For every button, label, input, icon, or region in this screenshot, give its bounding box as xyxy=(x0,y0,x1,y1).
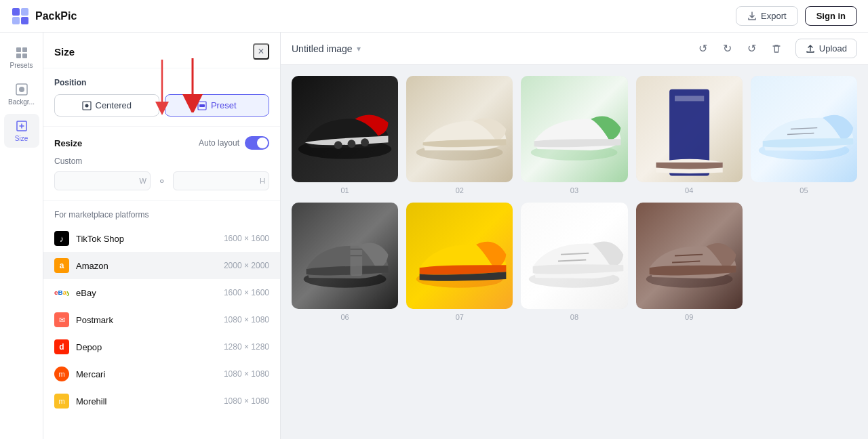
link-icon: ⚬ xyxy=(156,171,167,190)
size-panel: Size × Position Centered xyxy=(43,33,281,439)
arrow-annotation xyxy=(149,60,176,123)
marketplace-item-tiktok[interactable]: ♪ TikTok Shop 1600 × 1600 xyxy=(43,225,280,252)
resize-row: Resize Auto layout xyxy=(54,136,269,150)
size-icon xyxy=(15,119,28,133)
image-box-06[interactable] xyxy=(292,203,398,309)
auto-layout-toggle[interactable] xyxy=(245,136,269,150)
preset-icon xyxy=(197,101,207,110)
image-box-08[interactable] xyxy=(521,203,627,309)
undo-button[interactable]: ↺ xyxy=(692,38,714,60)
image-card-02: 02 xyxy=(406,76,513,194)
svg-rect-4 xyxy=(16,47,21,52)
marketplace-item-ebay[interactable]: eBay eBay 1600 × 1600 xyxy=(43,279,280,306)
mercari-size: 1080 × 1080 xyxy=(224,369,269,379)
preset-button[interactable]: Preset xyxy=(165,94,270,117)
mercari-name: Mercari xyxy=(76,369,224,379)
width-unit: W xyxy=(140,177,146,185)
icon-sidebar: Presets Backgr... Size xyxy=(0,33,43,439)
svg-rect-6 xyxy=(16,54,21,58)
content-area: Untitled image ▾ ↺ ↻ ↺ Upload xyxy=(281,33,868,439)
image-label-01: 01 xyxy=(340,186,349,194)
ebay-icon: eBay xyxy=(54,285,69,300)
image-box-09[interactable] xyxy=(636,203,743,309)
presets-label: Presets xyxy=(10,62,33,69)
marketplace-item-postmark[interactable]: ✉ Postmark 1080 × 1080 xyxy=(43,306,280,333)
image-box-03[interactable] xyxy=(521,76,627,182)
depop-size: 1280 × 1280 xyxy=(224,342,269,352)
image-box-01[interactable] xyxy=(292,76,398,182)
image-box-07[interactable] xyxy=(406,203,513,309)
shoe-svg-07 xyxy=(406,203,513,309)
shoe-svg-05 xyxy=(751,76,857,182)
image-box-05[interactable] xyxy=(751,76,857,182)
tiktok-icon: ♪ xyxy=(54,231,69,246)
svg-rect-3 xyxy=(21,17,28,24)
export-button[interactable]: Export xyxy=(736,6,798,26)
background-icon xyxy=(15,83,28,96)
mercari-icon: m xyxy=(54,367,69,381)
shoe-svg-03 xyxy=(521,76,627,182)
image-label-06: 06 xyxy=(340,313,349,321)
marketplace-item-mercari[interactable]: m Mercari 1080 × 1080 xyxy=(43,360,280,388)
trash-icon xyxy=(771,43,782,54)
refresh-button[interactable]: ↺ xyxy=(741,38,763,60)
postmark-name: Postmark xyxy=(76,315,224,325)
shoe-img-09 xyxy=(636,203,743,309)
shoe-svg-02 xyxy=(406,76,513,182)
shoe-svg-04 xyxy=(636,76,743,182)
image-grid: 01 02 xyxy=(281,65,868,439)
image-label-02: 02 xyxy=(456,186,464,194)
shoe-svg-08 xyxy=(521,203,627,309)
more-name: Morehill xyxy=(76,396,224,406)
upload-icon xyxy=(806,44,815,54)
width-input[interactable] xyxy=(54,171,151,190)
marketplace-item-more[interactable]: m Morehill 1080 × 1080 xyxy=(43,388,280,415)
presets-icon xyxy=(15,46,28,60)
amazon-icon: a xyxy=(54,258,69,273)
shoe-img-02 xyxy=(406,76,513,182)
sidebar-item-size[interactable]: Size xyxy=(4,114,39,148)
svg-rect-1 xyxy=(21,8,28,16)
auto-layout-text: Auto layout xyxy=(199,138,239,148)
image-card-04: 04 xyxy=(636,76,743,194)
tiktok-size: 1600 × 1600 xyxy=(224,234,269,243)
height-unit: H xyxy=(260,177,265,185)
image-box-04[interactable] xyxy=(636,76,743,182)
sidebar-item-background[interactable]: Backgr... xyxy=(4,77,39,111)
upload-button[interactable]: Upload xyxy=(795,39,857,58)
image-box-02[interactable] xyxy=(406,76,513,182)
image-card-09: 09 xyxy=(636,203,743,321)
height-input[interactable] xyxy=(173,171,269,190)
image-card-03: 03 xyxy=(521,76,627,194)
size-label: Size xyxy=(15,135,28,142)
close-button[interactable]: × xyxy=(253,43,269,60)
amazon-name: Amazon xyxy=(76,261,224,271)
shoe-img-06 xyxy=(292,203,398,309)
shoe-svg-01 xyxy=(292,76,398,182)
postmark-size: 1080 × 1080 xyxy=(224,315,269,325)
svg-rect-7 xyxy=(22,54,27,58)
sidebar-item-presets[interactable]: Presets xyxy=(4,41,39,75)
svg-point-14 xyxy=(85,104,88,107)
more-size: 1080 × 1080 xyxy=(224,396,269,406)
header-actions: Export Sign in xyxy=(736,6,857,26)
main-layout: Presets Backgr... Size xyxy=(0,33,868,439)
panel-title: Size xyxy=(54,46,75,58)
app-name: PackPic xyxy=(35,10,77,22)
shoe-svg-09 xyxy=(636,203,743,309)
marketplace-item-depop[interactable]: d Depop 1280 × 1280 xyxy=(43,333,280,360)
auto-layout-row: Auto layout xyxy=(199,136,269,150)
centered-button[interactable]: Centered xyxy=(54,94,159,117)
svg-point-21 xyxy=(334,141,342,149)
marketplace-item-amazon[interactable]: a Amazon 2000 × 2000 xyxy=(43,252,280,279)
image-card-07: 07 xyxy=(406,203,513,321)
depop-icon: d xyxy=(54,339,69,354)
ebay-svg: eBay xyxy=(54,288,69,297)
delete-button[interactable] xyxy=(766,38,787,60)
ebay-size: 1600 × 1600 xyxy=(224,288,269,297)
redo-button[interactable]: ↻ xyxy=(717,38,738,60)
shoe-svg-06 xyxy=(292,203,398,309)
app-header: PackPic Export Sign in xyxy=(0,0,868,33)
more-icon: m xyxy=(54,394,69,409)
signin-button[interactable]: Sign in xyxy=(805,6,857,26)
